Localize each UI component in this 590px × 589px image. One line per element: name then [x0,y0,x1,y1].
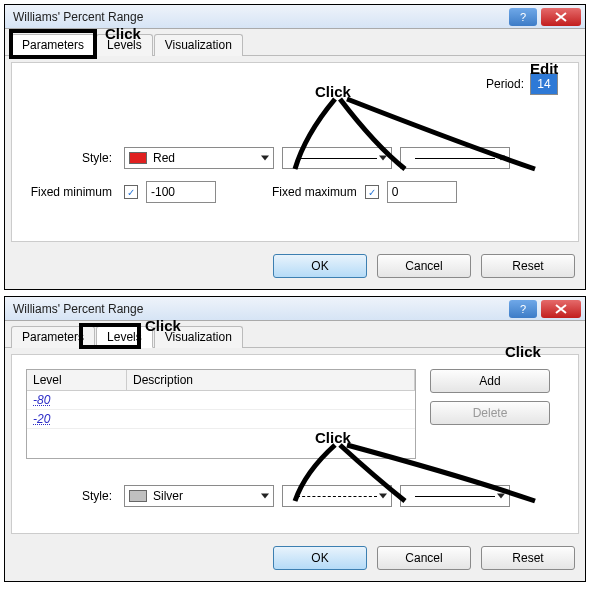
reset-button[interactable]: Reset [481,254,575,278]
levels-list[interactable]: Level Description -80 -20 [26,369,416,459]
side-buttons: Add Delete [430,369,550,459]
line-sample-icon [297,496,377,497]
levels-panel: Level Description -80 -20 Add Delete Sty… [11,354,579,534]
tab-levels[interactable]: Levels [96,34,153,56]
window-title: Williams' Percent Range [13,10,509,24]
ok-button[interactable]: OK [273,254,367,278]
chevron-down-icon [261,156,269,161]
dialog-parameters: Williams' Percent Range ? Parameters Lev… [4,4,586,290]
help-button[interactable]: ? [509,8,537,26]
level-desc [127,410,139,428]
tab-visualization[interactable]: Visualization [154,34,243,56]
help-button[interactable]: ? [509,300,537,318]
button-bar: OK Cancel Reset [5,540,585,580]
button-bar: OK Cancel Reset [5,248,585,288]
close-button[interactable] [541,300,581,318]
tab-visualization[interactable]: Visualization [154,326,243,348]
fixed-max-input[interactable]: 0 [387,181,457,203]
delete-button[interactable]: Delete [430,401,550,425]
fixed-max-label: Fixed maximum [272,185,357,199]
fixed-min-input[interactable]: -100 [146,181,216,203]
color-swatch-icon [129,490,147,502]
style-label: Style: [26,151,116,165]
header-description[interactable]: Description [127,370,415,390]
parameters-panel: Period: 14 Style: Red Fixed minimum ✓ [11,62,579,242]
header-level[interactable]: Level [27,370,127,390]
tab-levels[interactable]: Levels [96,326,153,348]
cancel-button[interactable]: Cancel [377,546,471,570]
close-icon [555,12,567,22]
level-value: -20 [27,410,127,428]
close-button[interactable] [541,8,581,26]
period-group: Period: 14 [486,73,558,95]
level-value: -80 [27,391,127,409]
period-label: Period: [486,77,524,91]
style-line-combo[interactable] [282,147,392,169]
window-title: Williams' Percent Range [13,302,509,316]
list-row[interactable]: -20 [27,410,415,429]
list-header: Level Description [27,370,415,391]
levels-top: Level Description -80 -20 Add Delete [26,369,564,459]
chevron-down-icon [379,494,387,499]
reset-button[interactable]: Reset [481,546,575,570]
tab-strip: Parameters Levels Visualization [5,321,585,348]
cancel-button[interactable]: Cancel [377,254,471,278]
tab-parameters[interactable]: Parameters [11,34,95,56]
ok-button[interactable]: OK [273,546,367,570]
style-label: Style: [26,489,116,503]
style-line-combo[interactable] [282,485,392,507]
fixed-min-label: Fixed minimum [26,185,116,199]
level-desc [127,391,139,409]
chevron-down-icon [261,494,269,499]
style-color-combo[interactable]: Silver [124,485,274,507]
style-row: Style: Red [26,147,564,169]
add-button[interactable]: Add [430,369,550,393]
titlebar: Williams' Percent Range ? [5,297,585,321]
tab-parameters[interactable]: Parameters [11,326,95,348]
line-sample-icon [415,158,495,159]
list-row[interactable]: -80 [27,391,415,410]
fixed-row: Fixed minimum ✓ -100 Fixed maximum ✓ 0 [26,181,564,203]
style-width-combo[interactable] [400,485,510,507]
style-color-value: Silver [153,489,183,503]
color-swatch-icon [129,152,147,164]
period-input[interactable]: 14 [530,73,558,95]
style-color-value: Red [153,151,175,165]
chevron-down-icon [379,156,387,161]
dialog-levels: Williams' Percent Range ? Parameters Lev… [4,296,586,582]
titlebar: Williams' Percent Range ? [5,5,585,29]
chevron-down-icon [497,494,505,499]
fixed-min-checkbox[interactable]: ✓ [124,185,138,199]
line-sample-icon [297,158,377,159]
line-sample-icon [415,496,495,497]
tab-strip: Parameters Levels Visualization [5,29,585,56]
style-row: Style: Silver [26,485,564,507]
close-icon [555,304,567,314]
style-color-combo[interactable]: Red [124,147,274,169]
style-width-combo[interactable] [400,147,510,169]
chevron-down-icon [497,156,505,161]
fixed-max-checkbox[interactable]: ✓ [365,185,379,199]
